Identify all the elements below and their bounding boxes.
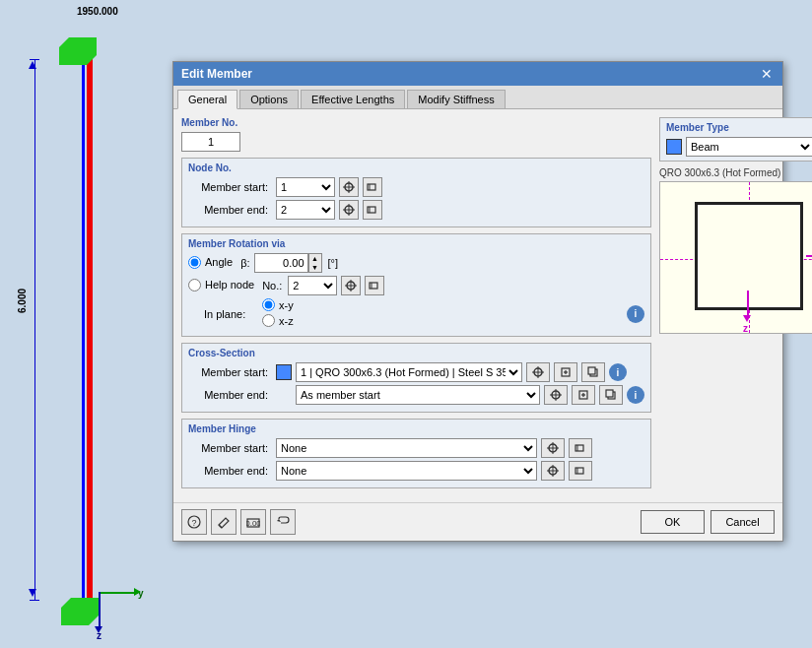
- svg-text:0.00: 0.00: [246, 519, 260, 528]
- hinge-start-pick-btn[interactable]: [541, 438, 565, 458]
- cs-end-info-btn[interactable]: i: [627, 386, 644, 404]
- beam-blue: [82, 54, 85, 606]
- dim-arrow-top: [29, 61, 36, 69]
- dim-tick-top: [30, 59, 39, 60]
- angle-radio-row: Angle: [188, 256, 233, 269]
- xz-radio-row: x-z: [262, 314, 294, 327]
- helpnode-select[interactable]: 2 1: [288, 276, 337, 295]
- xz-radio[interactable]: [262, 314, 275, 327]
- dimension-label-side: 6.000: [17, 289, 28, 313]
- tab-modify-stiffness[interactable]: Modify Stiffness: [407, 90, 505, 108]
- node-start-select[interactable]: 1 2: [276, 177, 335, 197]
- z-axis-line: [99, 592, 101, 629]
- spin-up-btn[interactable]: ▲: [309, 254, 321, 263]
- cs-start-copy-btn[interactable]: [581, 362, 605, 382]
- node-no-label: Node No.: [188, 162, 644, 173]
- close-button[interactable]: ✕: [759, 67, 775, 81]
- node-end-edit-btn[interactable]: [363, 200, 382, 220]
- cs-end-copy-btn[interactable]: [599, 385, 623, 405]
- member-no-input[interactable]: [181, 132, 240, 152]
- helpnode-radio[interactable]: [188, 279, 201, 292]
- svg-rect-34: [575, 445, 583, 451]
- svg-rect-8: [368, 207, 375, 213]
- inplane-label: In plane:: [204, 308, 258, 320]
- edit-button[interactable]: [211, 509, 237, 535]
- spin-down-btn[interactable]: ▼: [309, 263, 321, 272]
- cs-start-info-btn[interactable]: i: [609, 363, 627, 381]
- helpnode-edit-btn[interactable]: [365, 276, 384, 295]
- node-start-pick-btn[interactable]: [339, 177, 359, 197]
- dim-arrow-bottom: [29, 589, 36, 597]
- dim-tick-bottom: [30, 600, 39, 601]
- node-start-edit-btn[interactable]: [363, 177, 382, 197]
- cs-z-axis-arrow: [743, 315, 751, 322]
- spinner-buttons: ▲ ▼: [308, 253, 322, 273]
- angle-spinner[interactable]: ▲ ▼: [254, 253, 322, 273]
- tab-bar: General Options Effective Lengths Modify…: [173, 86, 782, 109]
- cs-start-label: Member start:: [188, 366, 272, 378]
- helpnode-radio-row: Help node: [188, 279, 254, 292]
- hinge-start-edit-btn[interactable]: [569, 438, 592, 458]
- helpnode-row: Help node No.: 2 1: [188, 276, 644, 295]
- cs-preview: y z: [659, 181, 812, 334]
- no-label: No.:: [262, 280, 282, 292]
- inplane-options: x-y x-z: [262, 298, 294, 329]
- angle-unit: [°]: [328, 257, 339, 269]
- xy-radio[interactable]: [262, 298, 275, 311]
- left-panel: Member No. Node No. Member start: 1 2: [181, 117, 651, 494]
- cross-section-section: Cross-Section Member start: 1 | QRO 300x…: [181, 343, 651, 413]
- angle-input[interactable]: [254, 253, 308, 273]
- y-axis-line: [99, 592, 138, 594]
- rotation-info-btn[interactable]: i: [627, 305, 644, 323]
- help-button[interactable]: ?: [181, 509, 207, 535]
- dialog-footer: ? 0.00 OK Cancel: [173, 502, 782, 541]
- hinge-start-select[interactable]: None: [276, 438, 537, 458]
- node-start-label: Member start:: [188, 181, 272, 193]
- hinge-end-row: Member end: None: [188, 461, 644, 481]
- node-end-select[interactable]: 2 1: [276, 200, 335, 220]
- cs-end-label: Member end:: [188, 389, 272, 401]
- cs-end-new-btn[interactable]: [572, 385, 595, 405]
- tab-options[interactable]: Options: [239, 90, 299, 108]
- cs-start-row: Member start: 1 | QRO 300x6.3 (Hot Forme…: [188, 362, 644, 382]
- cs-start-new-btn[interactable]: [554, 362, 577, 382]
- cs-start-pick-btn[interactable]: [526, 362, 550, 382]
- svg-line-46: [219, 525, 222, 528]
- node-end-row: Member end: 2 1: [188, 200, 644, 220]
- hinge-end-select[interactable]: None: [276, 461, 537, 481]
- node-end-pick-btn[interactable]: [339, 200, 359, 220]
- undo-button[interactable]: [270, 509, 296, 535]
- angle-radio[interactable]: [188, 256, 201, 269]
- member-rotation-section: Member Rotation via Angle β: ▲ ▼: [181, 233, 651, 337]
- zero-button[interactable]: 0.00: [240, 509, 266, 535]
- node-bottom: [61, 598, 99, 625]
- tab-effective-lengths[interactable]: Effective Lengths: [301, 90, 405, 108]
- xz-label: x-z: [279, 315, 294, 327]
- right-panel: Member Type Beam Column QRO 300x6.3 (Hot…: [659, 117, 812, 494]
- xy-label: x-y: [279, 299, 294, 311]
- hinge-end-edit-btn[interactable]: [569, 461, 592, 481]
- dialog-titlebar: Edit Member ✕: [173, 62, 782, 86]
- cs-end-pick-btn[interactable]: [544, 385, 568, 405]
- svg-text:?: ?: [191, 518, 196, 528]
- angle-label: Angle: [205, 256, 233, 268]
- tab-general[interactable]: General: [177, 90, 237, 109]
- ok-button[interactable]: OK: [641, 510, 705, 534]
- beta-symbol: β:: [240, 257, 249, 269]
- hinge-start-label: Member start:: [188, 442, 272, 454]
- cs-end-select[interactable]: As member start: [296, 385, 540, 405]
- member-type-panel: Member Type Beam Column: [659, 117, 812, 162]
- member-type-select[interactable]: Beam Column: [686, 137, 812, 157]
- cancel-button[interactable]: Cancel: [710, 510, 775, 534]
- hinge-end-label: Member end:: [188, 465, 272, 477]
- hinge-start-row: Member start: None: [188, 438, 644, 458]
- svg-rect-13: [370, 283, 377, 289]
- cs-z-axis-line: [747, 291, 749, 318]
- member-hinge-section: Member Hinge Member start: None: [181, 419, 651, 488]
- cs-start-select[interactable]: 1 | QRO 300x6.3 (Hot Formed) | Steel S 3…: [296, 362, 522, 382]
- hinge-end-pick-btn[interactable]: [541, 461, 565, 481]
- svg-rect-39: [575, 468, 583, 474]
- helpnode-pick-btn[interactable]: [341, 276, 361, 295]
- svg-marker-49: [277, 519, 281, 522]
- footer-left-buttons: ? 0.00: [181, 509, 296, 535]
